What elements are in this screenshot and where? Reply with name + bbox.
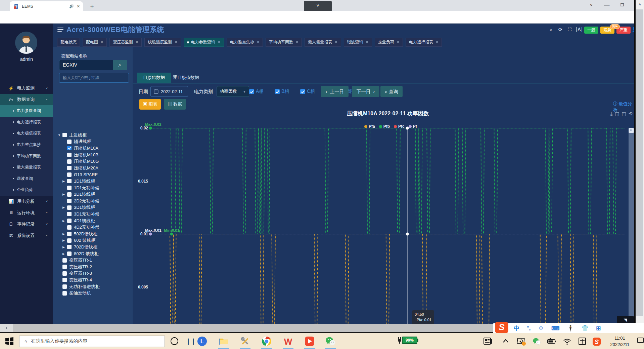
ime-icon[interactable] (578, 337, 586, 347)
search-icon[interactable]: ⌕ (548, 27, 554, 33)
scroll-up-arrow[interactable]: ˄ (636, 2, 644, 7)
menu-collapse-icon[interactable] (57, 28, 63, 32)
nav-tab-谐波查询[interactable]: 谐波查询✕ (344, 38, 372, 47)
tree-filter-input[interactable]: 输入关键字进行过滤 (59, 73, 129, 83)
sidebar-item-数据查询[interactable]: 🗁数据查询˄ (0, 94, 53, 105)
tree-node-无功补偿进线柜[interactable]: 无功补偿进线柜 (58, 283, 100, 290)
checkbox-unchecked[interactable] (67, 212, 72, 216)
tree-node-G13 SPARE[interactable]: G13 SPARE (62, 171, 98, 178)
ime-person-icon[interactable]: 🕴 (567, 325, 574, 332)
cortana-icon[interactable] (171, 337, 178, 345)
checkbox-unchecked[interactable] (67, 205, 72, 210)
sidebar-item-事件记录[interactable]: 🗒事件记录˅ (0, 219, 53, 230)
sogou-logo-icon[interactable]: S (495, 322, 508, 333)
nav-tab-企业负荷[interactable]: 企业负荷✕ (375, 38, 403, 47)
tab-close-icon[interactable]: ✕ (135, 38, 138, 46)
tree-node-602 馈线柜[interactable]: ▶602 馈线柜 (62, 237, 95, 244)
station-search-input[interactable]: EGXIV (59, 60, 113, 70)
checkbox-unchecked[interactable] (67, 186, 72, 190)
checkbox-unchecked[interactable] (67, 166, 72, 170)
nav-tab-电力运行报表[interactable]: 电力运行报表✕ (406, 38, 442, 47)
tab-close-icon[interactable]: ✕ (334, 38, 337, 46)
tab-strip-dropdown[interactable]: ˅ (304, 1, 332, 11)
tree-node-变压器TR-3[interactable]: 变压器TR-3 (58, 270, 92, 277)
task-view-icon[interactable]: ❘❘ (186, 338, 193, 345)
checkbox-unchecked[interactable] (67, 179, 72, 183)
checkbox-checked[interactable] (300, 89, 305, 94)
chart-zoom-icon[interactable]: ◱ (615, 111, 619, 117)
tree-node-压缩机M10B[interactable]: 压缩机M10B (62, 152, 98, 158)
checkbox-checked[interactable] (249, 89, 254, 94)
tree-caret-icon[interactable]: ▶ (62, 245, 66, 249)
taskbar-clock[interactable]: 11:01 2022/2/11 (605, 335, 635, 348)
phase-check-A相[interactable]: A相 (249, 88, 264, 94)
checkbox-unchecked[interactable] (62, 291, 67, 296)
wifi-icon[interactable] (563, 337, 571, 347)
checkbox-checked[interactable] (275, 89, 280, 94)
checkbox-unchecked[interactable] (62, 265, 67, 269)
toolbox-grid-icon[interactable]: ⊞ (596, 325, 601, 332)
sidebar-item-用电分析[interactable]: 📊用电分析˅ (0, 196, 53, 207)
hidden-icons-chevron[interactable] (502, 337, 509, 347)
tree-caret-icon[interactable]: ▼ (58, 133, 61, 137)
tab-close-icon[interactable]: ✕ (257, 38, 260, 46)
tree-node-辅进线柜[interactable]: 辅进线柜 (62, 139, 91, 145)
sidebar-subitem-最大需量报表[interactable]: 最大需量报表 (0, 162, 53, 173)
file-explorer-icon[interactable] (218, 336, 229, 347)
new-tab-button[interactable]: + (88, 2, 96, 10)
checkbox-unchecked[interactable] (67, 232, 72, 236)
tree-caret-icon[interactable]: ▶ (62, 252, 66, 256)
prev-day-button[interactable]: ‹ 上一日 (321, 86, 349, 97)
chart-restore-icon[interactable]: ◳ (622, 111, 626, 117)
tree-node-变压器TR-1[interactable]: 变压器TR-1 (58, 257, 92, 264)
nav-tab-线缆温度监测[interactable]: 线缆温度监测✕ (144, 38, 181, 47)
tree-node-2D1馈线柜[interactable]: ▶2D1馈线柜 (62, 191, 95, 198)
battery-indicator[interactable]: 99% (397, 337, 418, 344)
station-search-button[interactable]: ⌕ (113, 60, 127, 70)
tree-caret-icon[interactable]: ▶ (62, 180, 66, 183)
sidebar-subitem-电力运行报表[interactable]: 电力运行报表 (0, 117, 53, 128)
translate-icon[interactable]: 🄰 (576, 27, 583, 33)
tab-search-chevron[interactable]: ˅ (584, 0, 599, 11)
checkbox-unchecked[interactable] (67, 225, 72, 230)
tab-daily-raw-data[interactable]: 日原始数据 (137, 73, 171, 83)
tree-node-802D 馈线柜[interactable]: ▶802D 馈线柜 (62, 250, 99, 257)
tab-close-icon[interactable]: ✕ (100, 38, 103, 46)
tab-close-icon[interactable]: ✕ (295, 38, 298, 46)
tree-node-4D1馈线柜[interactable]: ▶4D1馈线柜 (62, 218, 95, 224)
checkbox-unchecked[interactable] (62, 258, 67, 263)
window-minimize-button[interactable]: — (599, 0, 614, 11)
vertical-scrollbar-thumb[interactable] (636, 9, 643, 316)
tree-node-4D2无功补偿[interactable]: 4D2无功补偿 (62, 224, 99, 231)
sidebar-item-电力监测[interactable]: ⚡电力监测˅ (0, 82, 53, 94)
nav-tab-电力参数查询[interactable]: 电力参数查询✕ (184, 38, 224, 47)
wechat-icon[interactable] (325, 336, 336, 347)
tree-node-1D1无功补偿[interactable]: 1D1无功补偿 (62, 185, 99, 191)
checkbox-checked[interactable] (67, 146, 72, 150)
ime-punctuation[interactable]: °, (527, 325, 531, 332)
checkbox-unchecked[interactable] (67, 219, 72, 223)
sidebar-item-运行环境[interactable]: 🖥运行环境˅ (0, 207, 53, 219)
tab-close-icon[interactable]: ✕ (77, 4, 80, 8)
tree-caret-icon[interactable]: ▶ (62, 206, 66, 209)
sidebar-subitem-谐波查询[interactable]: 谐波查询 (0, 173, 53, 185)
soft-keyboard-icon[interactable]: ⌨ (551, 325, 560, 332)
wps-icon[interactable]: W (283, 336, 293, 347)
tree-caret-icon[interactable]: ▶ (62, 239, 66, 242)
checkbox-unchecked[interactable] (67, 192, 72, 197)
skin-icon[interactable]: 👕 (582, 325, 589, 332)
browser-tab[interactable]: EEMS 🔊 ✕ (10, 1, 83, 11)
nav-tab-电力整点集抄[interactable]: 电力整点集抄✕ (227, 38, 263, 47)
tab-close-icon[interactable]: ✕ (218, 38, 221, 46)
nav-tab-变压器监测[interactable]: 变压器监测✕ (109, 38, 142, 47)
ime-mode-chinese[interactable]: 中 (514, 324, 519, 332)
tree-node-变压器TR-4[interactable]: 变压器TR-4 (58, 277, 92, 283)
query-button[interactable]: ⌕ 查询 (380, 86, 403, 97)
chart-view-button[interactable]: ▣ 图表 (139, 99, 161, 110)
checkbox-unchecked[interactable] (67, 245, 72, 249)
fullscreen-icon[interactable]: ⛶ (566, 27, 573, 33)
battery-tray-icon[interactable] (547, 337, 557, 347)
emoji-icon[interactable]: ☺ (538, 325, 544, 332)
tree-node-主进线柜[interactable]: ▼主进线柜 (58, 132, 87, 139)
sidebar-subitem-电力极值报表[interactable]: 电力极值报表 (0, 128, 53, 139)
